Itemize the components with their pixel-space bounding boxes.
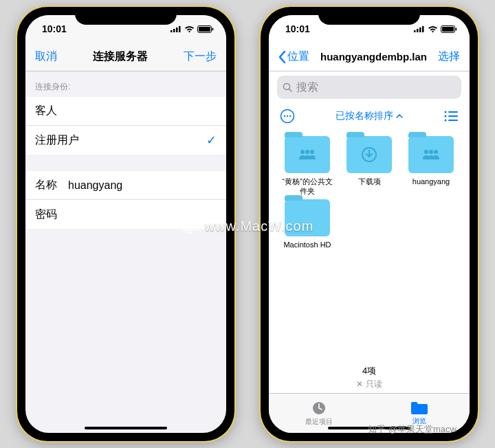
row-label: 注册用户 [35,133,79,148]
nav-title: huangyangdembp.lan [320,51,427,63]
cancel-button[interactable]: 取消 [35,49,57,64]
svg-rect-0 [170,30,173,32]
options-button[interactable] [278,107,296,125]
row-guest[interactable]: 客人 [25,97,226,126]
svg-rect-21 [448,111,458,113]
svg-rect-1 [173,29,175,32]
chevron-left-icon [278,51,286,63]
svg-rect-7 [414,30,416,32]
svg-rect-13 [456,27,457,30]
svg-point-30 [424,150,428,154]
svg-point-18 [287,115,288,117]
svg-point-27 [305,150,309,154]
svg-line-15 [289,89,292,92]
sort-button[interactable]: 已按名称排序 [336,110,403,122]
battery-icon [441,25,457,33]
phone-left: 10:01 取消 连接服务器 下一步 连接身份: 客人 注册用户 ✓ [17,7,234,441]
chevron-up-icon [396,114,403,118]
select-button[interactable]: 选择 [438,49,460,64]
home-indicator[interactable] [85,427,167,429]
signal-icon [414,25,425,32]
view-toggle-button[interactable] [442,107,460,125]
next-button[interactable]: 下一步 [184,49,217,64]
svg-point-19 [289,115,291,117]
svg-rect-8 [417,29,419,32]
field-value: huangyang [68,179,122,192]
svg-rect-23 [448,115,458,117]
row-registered[interactable]: 注册用户 ✓ [25,126,226,155]
search-placeholder: 搜索 [296,80,318,95]
notch [75,7,177,25]
ellipsis-circle-icon [280,109,295,124]
folder-icon [285,199,330,236]
folder-item[interactable]: Macintosh HD [278,199,336,250]
folder-icon [285,136,330,173]
svg-rect-5 [199,27,210,32]
signal-icon [170,25,182,32]
phone-right: 10:01 位置 huangyangdembp.lan 选择 搜索 已 [261,7,478,441]
svg-point-20 [445,111,447,113]
footer-info: 4项 ✕ 只读 [269,361,470,393]
svg-rect-25 [448,120,458,121]
battery-icon [197,25,214,33]
folder-icon [410,401,428,416]
folder-glyph-icon [297,149,318,160]
svg-point-32 [434,150,438,154]
back-label: 位置 [287,49,309,64]
search-icon [283,82,292,92]
svg-point-26 [300,150,305,154]
field-label: 名称 [35,178,57,192]
folder-name: 下载项 [358,177,381,187]
folder-icon [346,136,392,173]
folder-glyph-icon [361,146,377,163]
svg-rect-6 [212,27,214,30]
svg-point-31 [429,150,433,154]
svg-point-28 [310,150,314,154]
field-label: 密码 [35,208,57,222]
readonly-label: ✕ 只读 [269,379,470,390]
svg-point-24 [445,120,447,122]
folder-name: huangyang [412,177,450,187]
folder-item[interactable]: huangyang [402,136,460,197]
tab-label: 最近项目 [305,417,333,427]
svg-rect-3 [179,26,181,32]
row-name[interactable]: 名称 huangyang [25,171,226,200]
row-password[interactable]: 密码 [25,200,226,229]
section-header: 连接身份: [25,71,226,97]
folder-icon [408,136,454,173]
wifi-icon [428,25,438,33]
status-time: 10:01 [285,23,310,34]
folder-item[interactable]: 下载项 [340,136,398,197]
folder-item[interactable]: “黄杨”的公共文件夹 [278,136,336,197]
folder-glyph-icon [421,149,441,160]
status-time: 10:01 [42,23,67,34]
sort-bar: 已按名称排序 [269,102,470,129]
wifi-icon [184,25,195,33]
svg-rect-9 [419,27,421,32]
clock-icon [311,400,327,416]
folder-name: “黄杨”的公共文件夹 [280,177,335,197]
navbar: 位置 huangyangdembp.lan 选择 [269,43,470,71]
nav-title: 连接服务器 [93,49,148,64]
navbar: 取消 连接服务器 下一步 [25,43,226,71]
svg-point-22 [445,115,447,117]
svg-point-17 [284,115,285,117]
notch [318,7,420,25]
sort-label: 已按名称排序 [336,110,393,122]
svg-rect-10 [422,26,424,32]
list-view-icon [444,111,458,122]
folder-name: Macintosh HD [283,240,331,250]
svg-rect-12 [442,27,454,32]
search-input[interactable]: 搜索 [277,76,461,99]
back-button[interactable]: 位置 [278,49,309,64]
item-count: 4项 [269,365,470,377]
checkmark-icon: ✓ [206,133,217,148]
row-label: 客人 [35,104,57,118]
svg-rect-2 [176,27,178,32]
attribution: 知乎 @苹果天堂macw [368,423,456,436]
